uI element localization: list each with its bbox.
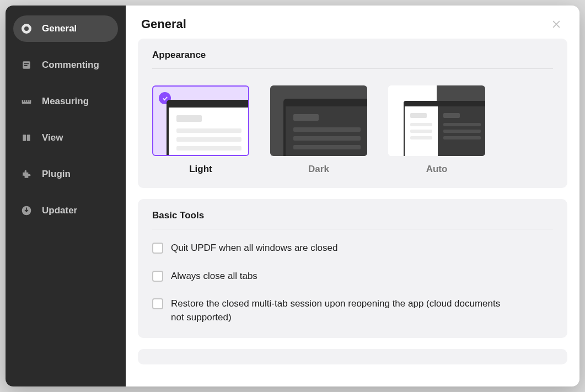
note-icon bbox=[21, 60, 32, 71]
sidebar-item-commenting[interactable]: Commenting bbox=[13, 52, 118, 78]
next-section-peek bbox=[138, 349, 567, 364]
option-label: Restore the closed multi-tab session upo… bbox=[171, 297, 502, 324]
page-title: General bbox=[141, 17, 186, 31]
theme-label-dark: Dark bbox=[308, 164, 329, 175]
sidebar-item-label: View bbox=[42, 132, 63, 143]
sidebar-item-label: Plugin bbox=[42, 169, 71, 180]
svg-rect-4 bbox=[23, 100, 24, 102]
svg-rect-6 bbox=[27, 100, 28, 102]
puzzle-icon bbox=[21, 169, 32, 180]
theme-option-dark[interactable]: Dark bbox=[270, 85, 367, 175]
radio-icon bbox=[21, 23, 32, 34]
svg-rect-5 bbox=[25, 100, 26, 102]
sidebar-item-label: Commenting bbox=[42, 60, 99, 71]
theme-thumb-dark bbox=[270, 85, 367, 156]
svg-rect-1 bbox=[24, 63, 29, 65]
content-header: General bbox=[126, 6, 579, 39]
close-button[interactable] bbox=[549, 17, 564, 32]
checkbox-always-close-tabs[interactable] bbox=[152, 271, 163, 282]
svg-rect-8 bbox=[23, 135, 26, 141]
preferences-modal: General Commenting Measuring View Plugin bbox=[6, 6, 579, 386]
download-icon bbox=[21, 205, 32, 216]
preferences-sidebar: General Commenting Measuring View Plugin bbox=[6, 6, 126, 386]
sidebar-item-view[interactable]: View bbox=[13, 125, 118, 151]
theme-thumb-light bbox=[152, 85, 249, 156]
sidebar-item-plugin[interactable]: Plugin bbox=[13, 161, 118, 187]
sidebar-item-general[interactable]: General bbox=[13, 15, 118, 42]
theme-label-auto: Auto bbox=[426, 164, 448, 175]
option-quit-on-close: Quit UPDF when all windows are closed bbox=[152, 241, 553, 255]
svg-rect-7 bbox=[29, 100, 29, 102]
close-icon bbox=[551, 19, 562, 30]
checkbox-quit-on-close[interactable] bbox=[152, 243, 163, 254]
preferences-content: General Appearance Light bbox=[126, 6, 579, 386]
sidebar-item-label: Updater bbox=[42, 205, 77, 216]
option-label: Quit UPDF when all windows are closed bbox=[171, 241, 337, 255]
svg-rect-2 bbox=[24, 65, 28, 66]
option-restore-session: Restore the closed multi-tab session upo… bbox=[152, 297, 553, 324]
basic-tools-section: Basic Tools Quit UPDF when all windows a… bbox=[138, 199, 567, 338]
theme-label-light: Light bbox=[189, 164, 212, 175]
sidebar-item-updater[interactable]: Updater bbox=[13, 197, 118, 224]
svg-rect-9 bbox=[27, 135, 30, 141]
theme-thumb-auto bbox=[388, 85, 485, 156]
sidebar-item-measuring[interactable]: Measuring bbox=[13, 88, 118, 115]
section-title-basic-tools: Basic Tools bbox=[152, 210, 553, 229]
content-scroll[interactable]: Appearance Light Dark bbox=[126, 39, 579, 386]
pages-icon bbox=[21, 132, 32, 143]
ruler-icon bbox=[21, 96, 32, 107]
option-label: Always close all tabs bbox=[171, 270, 257, 283]
sidebar-item-label: Measuring bbox=[42, 96, 89, 107]
theme-option-light[interactable]: Light bbox=[152, 85, 249, 175]
checkbox-restore-session[interactable] bbox=[152, 298, 163, 309]
theme-option-auto[interactable]: Auto bbox=[388, 85, 485, 175]
theme-options: Light Dark Auto bbox=[152, 81, 553, 177]
section-title-appearance: Appearance bbox=[152, 50, 553, 69]
appearance-section: Appearance Light Dark bbox=[138, 39, 567, 188]
option-always-close-tabs: Always close all tabs bbox=[152, 270, 553, 283]
sidebar-item-label: General bbox=[42, 23, 77, 34]
